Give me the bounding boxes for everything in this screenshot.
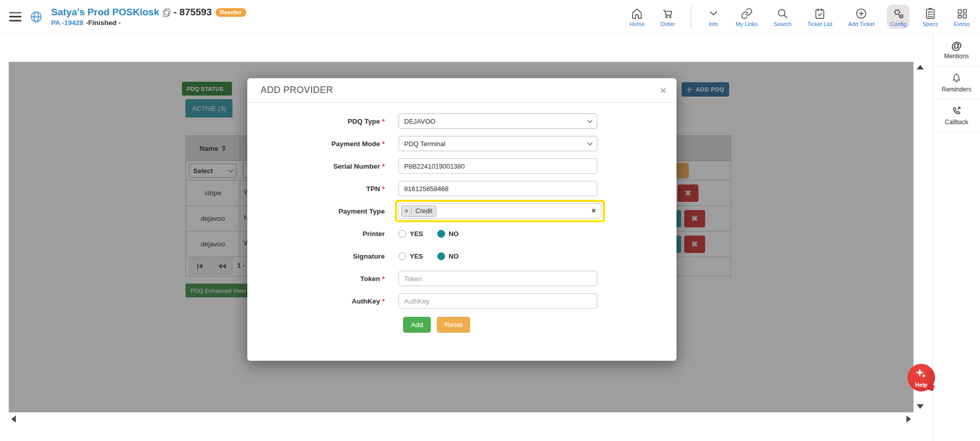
signature-no-radio[interactable]: NO bbox=[437, 252, 459, 260]
printer-no-radio[interactable]: NO bbox=[437, 230, 459, 238]
modal-title: ADD PROVIDER bbox=[261, 85, 333, 96]
tag-remove-icon[interactable]: × bbox=[402, 207, 412, 215]
radio-icon bbox=[399, 230, 406, 238]
store-title-link[interactable]: Satya's Prod POSKiosk bbox=[51, 7, 159, 18]
hamburger-menu-icon[interactable] bbox=[9, 12, 21, 21]
grid-icon bbox=[955, 7, 968, 20]
nav-my-links[interactable]: My Links bbox=[733, 5, 761, 29]
search-icon bbox=[776, 7, 789, 20]
clear-all-icon[interactable]: × bbox=[592, 206, 596, 215]
reseller-badge: Reseller bbox=[216, 8, 247, 17]
radio-checked-icon bbox=[437, 230, 445, 238]
ticket-status: -Finished - bbox=[86, 19, 121, 27]
printer-yes-radio[interactable]: YES bbox=[399, 230, 423, 238]
chevron-down-icon bbox=[588, 118, 593, 123]
home-icon bbox=[631, 7, 643, 20]
serial-number-input[interactable] bbox=[399, 158, 597, 174]
add-provider-modal: ADD PROVIDER × PDQ Type* DEJAVOO Payment… bbox=[247, 78, 676, 361]
store-id: - 875593 bbox=[174, 7, 212, 18]
pa-ticket-link[interactable]: PA -19428 bbox=[51, 19, 83, 27]
right-sidebar: @ Mentions Reminders Callback bbox=[932, 34, 980, 441]
add-button[interactable]: Add bbox=[403, 317, 431, 333]
authkey-row: AuthKey* bbox=[247, 290, 676, 312]
clipboard-list-icon bbox=[924, 7, 937, 20]
sidebar-item-mentions[interactable]: @ Mentions bbox=[933, 34, 980, 66]
scroll-left-arrow[interactable] bbox=[11, 415, 16, 423]
content-frame: PDQ STATUS ACTIVE (3) ADD PDQ Name Selec… bbox=[9, 62, 914, 412]
top-bar: Satya's Prod POSKiosk - 875593 Reseller … bbox=[0, 0, 980, 34]
serial-number-row: Serial Number* bbox=[247, 155, 676, 177]
nav-home[interactable]: Home bbox=[626, 5, 647, 29]
scroll-up-arrow[interactable] bbox=[917, 65, 924, 69]
printer-row: Printer YES NO bbox=[247, 222, 676, 245]
scroll-right-arrow[interactable] bbox=[906, 415, 911, 423]
sidebar-item-callback[interactable]: Callback bbox=[933, 99, 980, 132]
reset-button[interactable]: Reset bbox=[437, 317, 470, 333]
cart-icon bbox=[661, 7, 674, 20]
clipboard-check-icon bbox=[813, 7, 826, 20]
chevron-down-icon bbox=[588, 140, 593, 145]
authkey-input[interactable] bbox=[399, 293, 597, 309]
chevron-down-icon bbox=[707, 7, 720, 20]
sparkle-icon bbox=[915, 368, 928, 380]
nav-specs[interactable]: Specs bbox=[919, 5, 941, 29]
nav-add-ticket[interactable]: Add Ticket bbox=[845, 5, 877, 29]
copy-icon[interactable] bbox=[163, 9, 170, 16]
signature-yes-radio[interactable]: YES bbox=[399, 252, 423, 260]
payment-mode-row: Payment Mode* PDQ Terminal bbox=[247, 132, 676, 155]
at-icon: @ bbox=[951, 40, 962, 51]
token-row: Token* bbox=[247, 267, 676, 290]
payment-mode-select[interactable]: PDQ Terminal bbox=[399, 136, 597, 151]
payment-type-highlight: × Credit × bbox=[395, 200, 605, 222]
nav-search[interactable]: Search bbox=[771, 5, 795, 29]
radio-icon bbox=[399, 252, 406, 260]
sidebar-item-reminders[interactable]: Reminders bbox=[933, 66, 980, 99]
bell-icon bbox=[951, 73, 962, 84]
pdq-type-select[interactable]: DEJAVOO bbox=[399, 113, 597, 129]
nav-ticket-list[interactable]: Ticket List bbox=[804, 5, 835, 29]
scroll-down-arrow[interactable] bbox=[917, 404, 924, 409]
help-button[interactable]: Help bbox=[907, 364, 935, 391]
signature-row: Signature YES NO bbox=[247, 245, 676, 267]
gears-icon bbox=[892, 7, 905, 20]
plus-circle-icon bbox=[855, 7, 868, 20]
globe-icon bbox=[30, 10, 43, 24]
nav-extras[interactable]: Extras bbox=[951, 5, 973, 29]
nav-divider bbox=[691, 6, 691, 29]
token-input[interactable] bbox=[399, 271, 597, 286]
payment-type-row: Payment Type × Credit × bbox=[247, 200, 676, 222]
payment-type-multiselect[interactable]: × Credit × bbox=[399, 203, 601, 219]
nav-config[interactable]: Config bbox=[887, 5, 909, 29]
tpn-row: TPN* bbox=[247, 177, 676, 200]
pdq-type-row: PDQ Type* DEJAVOO bbox=[247, 110, 676, 132]
link-icon bbox=[740, 7, 753, 20]
close-icon[interactable]: × bbox=[660, 86, 666, 95]
radio-checked-icon bbox=[437, 252, 445, 260]
tpn-input[interactable] bbox=[399, 181, 597, 196]
phone-callback-icon bbox=[951, 105, 962, 117]
nav-order[interactable]: Order bbox=[658, 5, 678, 29]
payment-type-tag: × Credit bbox=[401, 205, 436, 217]
nav-info[interactable]: Info bbox=[704, 5, 723, 29]
